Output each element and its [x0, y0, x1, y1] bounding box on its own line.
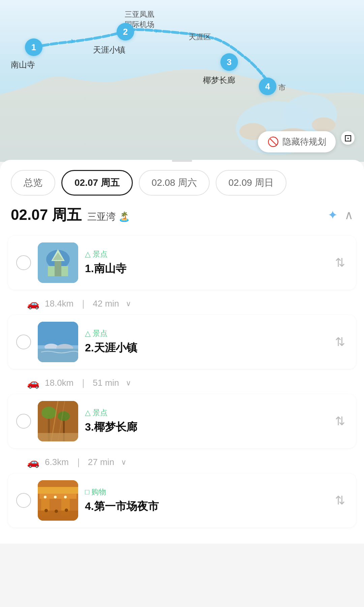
svg-rect-11 — [55, 261, 61, 276]
place-card-nanshan: △ 景点 1.南山寺 ⇅ — [8, 236, 356, 290]
seg1-expand[interactable]: ∨ — [126, 299, 131, 308]
route-segment-3: 🚗 6.3km ｜ 27 min ∨ — [0, 451, 364, 473]
seg2-distance: 18.0km — [45, 378, 73, 388]
place-2-name: 2.天涯小镇 — [85, 341, 326, 355]
day-date: 02.07 周五 — [11, 206, 82, 223]
place-3-info: △ 景点 3.椰梦长廊 — [85, 408, 326, 435]
waypoint-4[interactable]: 4 — [259, 78, 276, 95]
heart-broken-icon: 🚫 — [267, 136, 279, 147]
map-controls: 🚫 隐藏待规划 ⊡ — [258, 131, 355, 152]
collapse-button[interactable]: ∧ — [344, 208, 353, 222]
place-4-drag[interactable]: ⇅ — [332, 491, 348, 510]
place-1-image — [38, 242, 78, 283]
city-label: 市 — [278, 83, 286, 93]
waypoint-2[interactable]: 2 — [117, 23, 134, 40]
seg1-distance: 18.4km — [45, 298, 73, 309]
place-4-type: □ 购物 — [85, 487, 326, 497]
day-header: 02.07 周五 三亚湾 🏝️ ✦ ∧ — [0, 205, 364, 236]
scan-button[interactable]: ⊡ — [341, 131, 355, 145]
tab-day2[interactable]: 02.08 周六 — [139, 170, 210, 196]
waypoint-3[interactable]: 3 — [220, 53, 238, 71]
drag-handle[interactable] — [172, 160, 192, 162]
day-header-actions: ✦ ∧ — [328, 208, 353, 222]
svg-point-34 — [64, 496, 67, 498]
place-4-info: □ 购物 4.第一市场夜市 — [85, 487, 326, 514]
place-4-image — [38, 480, 78, 521]
svg-point-36 — [44, 509, 48, 512]
svg-rect-26 — [38, 433, 78, 441]
place-2-image — [38, 322, 78, 362]
place-1-checkbox[interactable] — [16, 255, 31, 270]
attraction-icon-3: △ — [85, 408, 91, 417]
route-segment-1: 🚗 18.4km ｜ 42 min ∨ — [0, 292, 364, 315]
place-2-drag[interactable]: ⇅ — [332, 332, 348, 352]
seg3-distance: 6.3km — [45, 457, 69, 467]
svg-point-33 — [54, 496, 57, 498]
seg1-duration: 42 min — [93, 298, 119, 309]
svg-point-21 — [41, 407, 56, 419]
place-3-checkbox[interactable] — [16, 414, 31, 429]
svg-rect-39 — [38, 487, 78, 494]
attraction-icon-2: △ — [85, 329, 91, 338]
hide-unplanned-button[interactable]: 🚫 隐藏待规划 — [258, 131, 336, 152]
tianyi-district-label: 天涯区 — [189, 32, 211, 42]
place-4-checkbox[interactable] — [16, 493, 31, 508]
place-3-image — [38, 401, 78, 441]
place-1-type: △ 景点 — [85, 249, 326, 259]
place-2-info: △ 景点 2.天涯小镇 — [85, 328, 326, 355]
place-card-tianya: △ 景点 2.天涯小镇 ⇅ — [8, 315, 356, 369]
waypoint-1-label: 南山寺 — [11, 59, 35, 70]
place-1-name: 1.南山寺 — [85, 261, 326, 276]
tabs-row: 总览 02.07 周五 02.08 周六 02.09 周日 — [0, 170, 364, 205]
svg-rect-18 — [38, 349, 78, 362]
place-card-yemeng: △ 景点 3.椰梦长廊 ⇅ — [8, 394, 356, 448]
place-3-drag[interactable]: ⇅ — [332, 411, 348, 431]
scan-icon: ⊡ — [344, 133, 352, 144]
route-segment-2: 🚗 18.0km ｜ 51 min ∨ — [0, 372, 364, 394]
car-icon-2: 🚗 — [27, 377, 39, 389]
tab-day1[interactable]: 02.07 周五 — [61, 170, 133, 196]
seg2-duration: 51 min — [93, 378, 119, 388]
svg-point-37 — [55, 510, 58, 513]
svg-point-32 — [44, 496, 47, 498]
attraction-icon-1: △ — [85, 250, 91, 259]
place-3-name: 3.椰梦长廊 — [85, 420, 326, 435]
seg3-duration: 27 min — [88, 457, 114, 467]
day-location: 三亚湾 🏝️ — [87, 211, 130, 222]
place-1-info: △ 景点 1.南山寺 — [85, 249, 326, 276]
seg2-expand[interactable]: ∨ — [126, 379, 131, 387]
svg-point-23 — [58, 411, 70, 421]
tab-day3[interactable]: 02.09 周日 — [216, 170, 286, 196]
svg-rect-35 — [38, 511, 78, 521]
tab-overview[interactable]: 总览 — [11, 170, 55, 196]
waypoint-1[interactable]: 1 — [25, 38, 42, 56]
map-container: 三亚凤凰国际机场 天涯区 1 南山寺 2 天涯小镇 3 椰梦长廊 4 市 🚫 隐… — [0, 0, 364, 162]
place-2-checkbox[interactable] — [16, 335, 31, 349]
svg-point-38 — [65, 509, 68, 512]
bottom-sheet: 总览 02.07 周五 02.08 周六 02.09 周日 02.07 周五 三… — [0, 160, 364, 544]
place-3-type: △ 景点 — [85, 408, 326, 418]
ai-optimize-button[interactable]: ✦ — [328, 208, 338, 222]
place-card-market: □ 购物 4.第一市场夜市 ⇅ — [8, 473, 356, 527]
place-2-type: △ 景点 — [85, 328, 326, 339]
car-icon-3: 🚗 — [27, 456, 39, 468]
svg-point-4 — [312, 117, 335, 132]
shopping-icon: □ — [85, 488, 89, 496]
place-1-drag[interactable]: ⇅ — [332, 253, 348, 272]
waypoint-3-label: 椰梦长廊 — [203, 75, 235, 86]
car-icon-1: 🚗 — [27, 298, 39, 310]
seg3-expand[interactable]: ∨ — [121, 458, 126, 467]
waypoint-2-label: 天涯小镇 — [93, 45, 125, 55]
place-4-name: 4.第一市场夜市 — [85, 499, 326, 514]
